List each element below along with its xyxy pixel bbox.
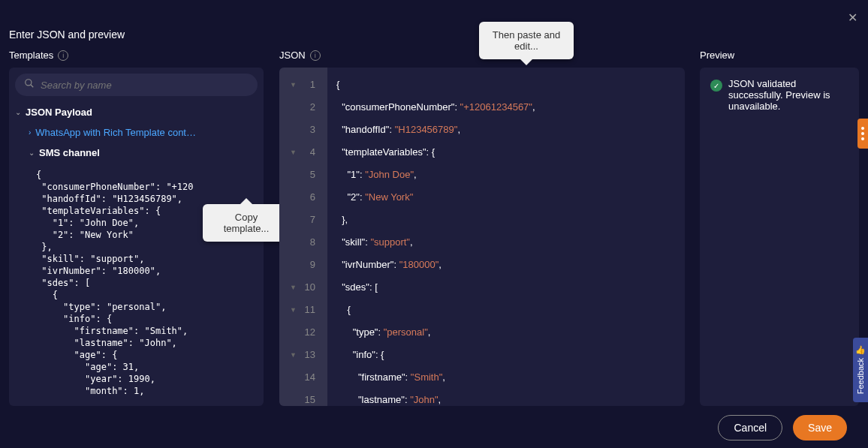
line-number: 10▼	[279, 276, 327, 299]
tree-node-label: JSON Payload	[26, 107, 92, 118]
tree-node-sms[interactable]: ⌄ SMS channel	[15, 143, 258, 163]
search-icon	[24, 78, 35, 92]
cancel-button[interactable]: Cancel	[718, 415, 782, 440]
code-line[interactable]: "skill": "support",	[336, 231, 685, 254]
editor-gutter: 1▼234▼5678910▼11▼1213▼1415	[279, 68, 327, 406]
tree-node-json-payload[interactable]: ⌄ JSON Payload	[15, 102, 258, 122]
line-number: 2	[279, 96, 327, 119]
fold-icon[interactable]: ▼	[290, 344, 297, 366]
code-line[interactable]: "firstname": "Smith",	[336, 366, 685, 389]
check-icon: ✓	[710, 80, 722, 92]
fold-icon[interactable]: ▼	[290, 74, 297, 96]
code-line[interactable]: "2": "New York"	[336, 186, 685, 209]
code-line[interactable]: "lastname": "John",	[336, 389, 685, 406]
line-number: 13▼	[279, 344, 327, 366]
json-editor[interactable]: 1▼234▼5678910▼11▼1213▼1415 { "consumerPh…	[279, 68, 685, 406]
code-line[interactable]: {	[336, 74, 685, 96]
template-code-preview: { "consumerPhoneNumber": "+120 "handoffI…	[15, 163, 258, 397]
close-icon[interactable]: ✕	[848, 11, 857, 25]
search-input[interactable]	[41, 80, 249, 91]
dialog-buttons: Cancel Save	[718, 415, 847, 440]
dialog-title: Enter JSON and preview	[9, 29, 125, 41]
svg-line-1	[31, 85, 34, 88]
line-number: 5	[279, 164, 327, 186]
code-line[interactable]: },	[336, 209, 685, 231]
code-line[interactable]: "ivrNumber": "180000",	[336, 254, 685, 276]
feedback-tab[interactable]: 👍 Feedback	[853, 338, 868, 402]
line-number: 1▼	[279, 74, 327, 96]
templates-header: Templates i	[9, 50, 68, 61]
code-line[interactable]: "info": {	[336, 344, 685, 366]
info-icon[interactable]: i	[310, 50, 321, 61]
templates-header-label: Templates	[9, 50, 53, 61]
line-number: 3	[279, 119, 327, 141]
svg-point-0	[26, 80, 32, 86]
tree-node-whatsapp[interactable]: › WhatsApp with Rich Template cont…	[15, 122, 258, 143]
tree-node-label: WhatsApp with Rich Template cont…	[35, 127, 196, 138]
line-number: 12	[279, 321, 327, 344]
side-handle[interactable]	[857, 119, 868, 149]
preview-message: JSON validated successfully. Preview is …	[728, 78, 848, 112]
editor-code[interactable]: { "consumerPhoneNumber": "+12061234567",…	[327, 68, 685, 406]
tooltip-copy: Copy template...	[203, 204, 290, 242]
search-box[interactable]	[15, 74, 258, 96]
line-number: 6	[279, 186, 327, 209]
line-number: 15	[279, 389, 327, 406]
template-tree: ⌄ JSON Payload › WhatsApp with Rich Temp…	[9, 102, 264, 403]
save-button[interactable]: Save	[793, 415, 847, 440]
tree-node-label: SMS channel	[39, 147, 100, 158]
fold-icon[interactable]: ▼	[290, 276, 297, 299]
code-line[interactable]: "consumerPhoneNumber": "+12061234567",	[336, 96, 685, 119]
line-number: 9	[279, 254, 327, 276]
fold-icon[interactable]: ▼	[290, 299, 297, 321]
tooltip-paste: Then paste and edit...	[479, 22, 574, 59]
json-header-label: JSON	[279, 50, 306, 61]
line-number: 14	[279, 366, 327, 389]
json-header: JSON i	[279, 50, 321, 61]
code-line[interactable]: "templateVariables": {	[336, 141, 685, 164]
code-line[interactable]: {	[336, 299, 685, 321]
code-line[interactable]: "type": "personal",	[336, 321, 685, 344]
chevron-down-icon: ⌄	[15, 108, 21, 116]
feedback-label: Feedback	[856, 358, 865, 394]
code-line[interactable]: "sdes": [	[336, 276, 685, 299]
info-icon[interactable]: i	[58, 50, 68, 61]
line-number: 11▼	[279, 299, 327, 321]
line-number: 4▼	[279, 141, 327, 164]
preview-header: Preview	[700, 50, 734, 61]
thumbs-up-icon: 👍	[855, 345, 866, 355]
fold-icon[interactable]: ▼	[290, 141, 297, 164]
preview-panel: ✓ JSON validated successfully. Preview i…	[700, 68, 859, 406]
preview-header-label: Preview	[700, 50, 734, 61]
chevron-down-icon: ⌄	[29, 149, 35, 157]
line-number: 7	[279, 209, 327, 231]
chevron-right-icon: ›	[29, 128, 31, 137]
code-line[interactable]: "handoffId": "H123456789",	[336, 119, 685, 141]
line-number: 8	[279, 231, 327, 254]
code-line[interactable]: "1": "John Doe",	[336, 164, 685, 186]
